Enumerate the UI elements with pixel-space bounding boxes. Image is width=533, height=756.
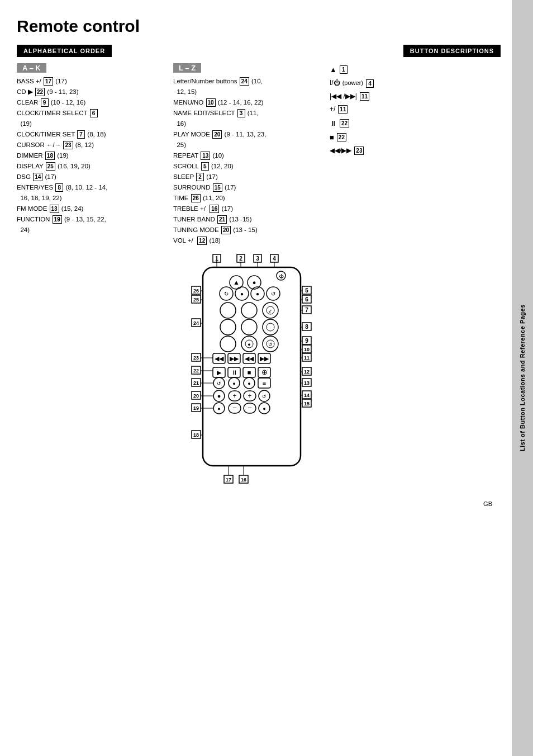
svg-text:≡: ≡ [263, 380, 266, 386]
list-item: CLEAR 9 (10 - 12, 16) [17, 97, 165, 108]
page-footer: GB [17, 500, 501, 507]
ak-section-title: A – K [17, 63, 46, 73]
list-item: DSG 14 (17) [17, 172, 165, 182]
svg-text:◀◀: ◀◀ [245, 355, 254, 362]
remote-svg: | 1 2 3 4 ▲ [130, 252, 387, 498]
list-item: SCROLL 5 (12, 20) [173, 161, 321, 172]
list-item: CD ▶ 22 (9 - 11, 23) [17, 87, 165, 97]
button-descriptions-header: BUTTON DESCRIPTIONS [403, 45, 501, 57]
list-item: ENTER/YES 8 (8, 10, 12 - 14, 16, 18, 19,… [17, 182, 165, 204]
svg-text:■: ■ [248, 369, 251, 376]
svg-text:●: ● [248, 342, 250, 347]
svg-text:↺: ↺ [262, 394, 266, 399]
svg-text:↺: ↺ [217, 381, 221, 386]
desc-item: ▲ 1 [330, 63, 501, 77]
list-item: MENU/NO 10 (12 - 14, 16, 22) [173, 97, 321, 108]
svg-text:4: 4 [273, 256, 276, 262]
remote-diagram: | 1 2 3 4 ▲ [17, 252, 501, 498]
svg-text:●: ● [253, 279, 256, 286]
svg-text:▶: ▶ [217, 369, 222, 376]
svg-text:1: 1 [215, 256, 218, 262]
svg-text:●: ● [256, 291, 259, 297]
svg-text:26: 26 [193, 288, 199, 294]
page-title: Remote control [17, 17, 501, 36]
list-item: PLAY MODE 20 (9 - 11, 13, 23, 25) [173, 129, 321, 150]
desc-item: I/⏻ (power) 4 [330, 77, 501, 89]
desc-item: ◀◀/▶▶ 23 [330, 144, 501, 157]
svg-text:20: 20 [193, 393, 199, 399]
list-item: CLOCK/TIMER SET 7 (8, 18) [17, 129, 165, 140]
svg-text:−: − [232, 404, 237, 412]
svg-text:14: 14 [304, 393, 310, 398]
svg-text:10: 10 [304, 347, 310, 352]
svg-text:11: 11 [304, 355, 310, 361]
list-item: TREBLE +/ 16 (17) [173, 204, 321, 214]
svg-text:↙: ↙ [268, 308, 273, 314]
list-item: CURSOR ←/→ 23 (8, 12) [17, 140, 165, 150]
svg-text:●: ● [217, 393, 221, 399]
list-item: TIME 26 (11, 20) [173, 193, 321, 204]
lz-section-title: L – Z [173, 63, 201, 73]
ak-list: BASS +/ 17 (17) CD ▶ 22 (9 - 11, 23) CLE… [17, 76, 165, 235]
svg-text:↻: ↻ [224, 291, 229, 297]
side-tab: List of Button Locations and Reference P… [512, 0, 533, 756]
svg-text:●: ● [248, 381, 250, 386]
list-item: CLOCK/TIMER SELECT 6 (19) [17, 108, 165, 129]
list-item: FUNCTION 19 (9 - 13, 15, 22, 24) [17, 214, 165, 235]
svg-text:+: + [248, 392, 251, 400]
svg-text:●: ● [217, 406, 220, 412]
svg-text:16: 16 [241, 477, 246, 483]
svg-text:13: 13 [304, 380, 310, 386]
list-item: Letter/Number buttons 24 (10, 12, 15) [173, 76, 321, 97]
svg-text:↺: ↺ [268, 342, 273, 347]
svg-text:+: + [232, 392, 236, 400]
svg-text:8: 8 [305, 324, 308, 330]
list-item: SLEEP 2 (17) [173, 172, 321, 182]
svg-text:●: ● [240, 291, 244, 297]
svg-text:2: 2 [239, 256, 242, 262]
svg-text:◀◀: ◀◀ [215, 355, 224, 362]
svg-text:▶▶: ▶▶ [230, 355, 239, 362]
list-item: DIMMER 18 (19) [17, 150, 165, 161]
svg-text:9: 9 [305, 338, 308, 344]
svg-text:−: − [248, 404, 252, 412]
svg-text:⏻: ⏻ [279, 274, 284, 279]
svg-text:21: 21 [193, 380, 199, 386]
desc-item: +/ 11 [330, 103, 501, 116]
list-item: DISPLAY 25 (16, 19, 20) [17, 161, 165, 172]
svg-text:5: 5 [305, 287, 308, 294]
svg-text:●: ● [232, 381, 235, 386]
list-item: VOL +/ 12 (18) [173, 235, 321, 246]
svg-text:⏸: ⏸ [231, 369, 237, 376]
svg-text:▲: ▲ [233, 278, 240, 286]
button-desc-list: ▲ 1 I/⏻ (power) 4 |◀◀ /▶▶| 11 +/ 11 [330, 63, 501, 158]
svg-text:22: 22 [193, 368, 199, 374]
svg-text:23: 23 [193, 355, 199, 361]
list-item: FM MODE 13 (15, 24) [17, 204, 165, 214]
svg-text:19: 19 [193, 405, 199, 411]
svg-text:6: 6 [305, 296, 308, 303]
svg-text:●: ● [263, 406, 265, 412]
svg-text:18: 18 [193, 432, 199, 438]
svg-text:↺: ↺ [271, 291, 275, 297]
svg-text:17: 17 [226, 477, 231, 483]
svg-text:15: 15 [304, 401, 310, 407]
lz-list: Letter/Number buttons 24 (10, 12, 15) ME… [173, 76, 321, 246]
svg-text:7: 7 [305, 307, 308, 313]
list-item: NAME EDIT/SELECT 3 (11, 16) [173, 108, 321, 129]
desc-item: ■ 22 [330, 130, 501, 144]
svg-text:24: 24 [193, 320, 199, 326]
list-item: TUNER BAND 21 (13 -15) [173, 214, 321, 225]
svg-text:3: 3 [256, 256, 259, 262]
svg-text:12: 12 [304, 369, 310, 375]
list-item: TUNING MODE 20 (13 - 15) [173, 225, 321, 235]
desc-item: |◀◀ /▶▶| 11 [330, 90, 501, 103]
svg-text:⊕: ⊕ [261, 368, 268, 376]
list-item: REPEAT 13 (10) [173, 150, 321, 161]
desc-item: ⏸ 22 [330, 116, 501, 130]
svg-text:25: 25 [193, 297, 199, 303]
list-item: BASS +/ 17 (17) [17, 76, 165, 87]
svg-text:▶▶: ▶▶ [260, 355, 269, 362]
alphabetical-order-header: ALPHABETICAL ORDER [17, 45, 112, 57]
list-item: SURROUND 15 (17) [173, 182, 321, 193]
